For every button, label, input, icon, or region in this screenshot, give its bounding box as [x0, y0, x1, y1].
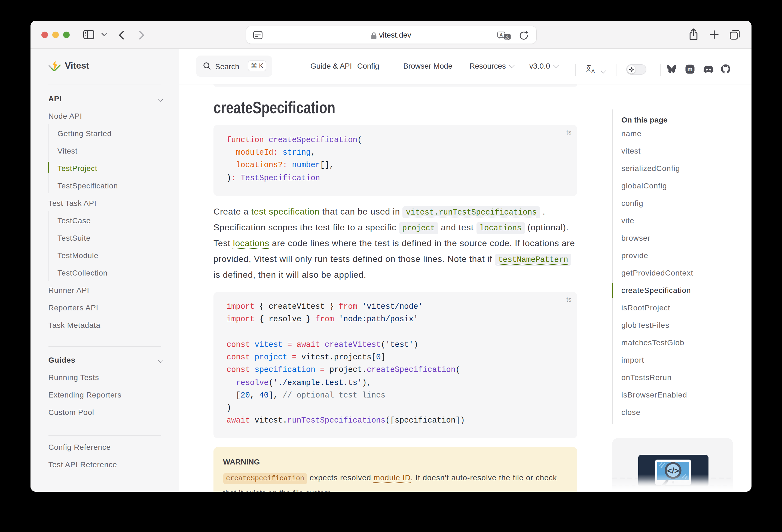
- svg-text:A: A: [499, 32, 503, 38]
- svg-text:</>: </>: [667, 466, 679, 475]
- svg-text:A: A: [592, 69, 595, 74]
- svg-text:m: m: [687, 66, 692, 73]
- svg-text:文: 文: [505, 35, 509, 39]
